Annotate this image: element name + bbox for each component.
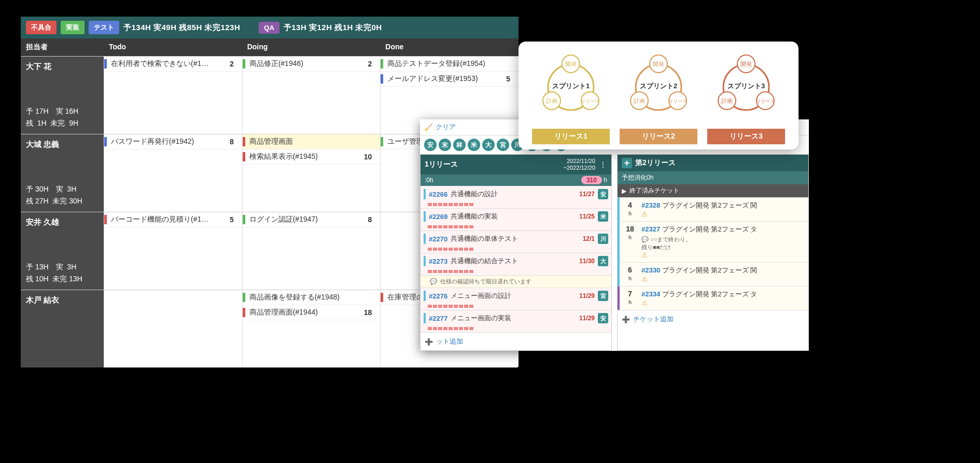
add-icon: ➕ — [425, 338, 433, 346]
ticket-card[interactable]: バーコード機能の見積り(#1…5 — [104, 212, 242, 227]
avatar[interactable]: 米 — [468, 139, 480, 151]
backlog-ticket[interactable]: #2266 共通機能の設計 11/27 安 — [421, 186, 611, 202]
ticket-progress — [421, 304, 611, 310]
backlog-ticket[interactable]: #2270 共通機能の単体テスト 12/1 川 — [421, 230, 611, 247]
col-header-doing: Doing — [242, 38, 381, 56]
tag-test[interactable]: テスト — [89, 21, 119, 34]
avatar[interactable]: 大 — [482, 139, 495, 151]
svg-text:開発: 開発 — [653, 61, 664, 67]
lane-todo[interactable]: バーコード機能の見積り(#1…5 — [104, 212, 242, 290]
release-label: リリース2 — [620, 129, 697, 144]
assignee-cell: 木戸 結衣 — [21, 290, 104, 367]
release-label: リリース1 — [532, 129, 610, 144]
ticket-title: 共通機能の結合テスト — [451, 256, 576, 266]
lane-doing[interactable]: 商品管理画面検索結果表示(#1945)10 — [242, 134, 381, 212]
ticket-card[interactable]: ログイン認証(#1947)8 — [243, 212, 381, 227]
ticket-id: #2328 — [641, 201, 660, 209]
lane-todo[interactable]: 在利用者で検索できない(#1…2 — [104, 57, 242, 134]
svg-text:計画: 計画 — [634, 98, 645, 104]
card-text: 商品管理画面 — [249, 137, 369, 146]
card-text: 商品管理画面(#1944) — [249, 308, 361, 317]
col-header-done: Done — [380, 38, 519, 56]
lane-doing[interactable]: 商品画像を登録する(#1948)商品管理画面(#1944)18 — [242, 290, 381, 367]
ticket-card[interactable]: メールアドレス変更(#1953)5 — [381, 72, 519, 87]
ticket-title: 共通機能の実装 — [451, 212, 576, 221]
card-color-bar — [243, 59, 245, 69]
avatar[interactable]: 林 — [453, 139, 466, 151]
warning-icon: ⚠ — [641, 299, 805, 307]
tag-bug[interactable]: 不具合 — [26, 21, 57, 34]
avatar[interactable]: 安 — [424, 139, 437, 151]
backlog-ticket[interactable]: #2273 共通機能の結合テスト 11/30 大 — [421, 253, 611, 269]
ticket-card[interactable]: 検索結果表示(#1945)10 — [243, 149, 381, 165]
triangle-right-icon: ▶ — [622, 187, 626, 195]
ticket-card[interactable]: 在利用者で検索できない(#1…2 — [104, 57, 242, 72]
svg-text:リリース: リリース — [668, 99, 687, 104]
assignee-name: 大下 花 — [26, 62, 99, 72]
backlog-ticket[interactable]: 18h #2327 プラグイン開発 第2フェーズ タ💬 ○○まで終わり。残り■■… — [618, 221, 808, 262]
ticket-title: #2330 プラグイン開発 第2フェーズ 関 — [641, 266, 805, 275]
lane-todo[interactable]: パスワード再発行(#1942)8 — [104, 134, 242, 212]
plus-icon[interactable]: + — [622, 158, 632, 168]
cycle-diagram: 開発 計画 リリース スプリント2 — [620, 51, 697, 124]
backlog-ticket[interactable]: #2269 共通機能の実装 11/25 米 — [421, 208, 611, 224]
release-1-dates: 2022/11/20 ~2022/12/20 — [564, 158, 595, 171]
warning-icon: ⚠ — [641, 275, 805, 283]
backlog-ticket[interactable]: #2277 メニュー画面の実装 11/29 安 — [421, 310, 611, 326]
clear-link[interactable]: クリア — [436, 122, 456, 132]
svg-text:リリース: リリース — [581, 99, 599, 104]
done-toggle-label: 終了済みチケット — [629, 186, 679, 195]
ticket-card[interactable]: 商品修正(#1946)2 — [243, 57, 381, 72]
ticket-title: #2334 プラグイン開発 第2フェーズ タ — [641, 290, 805, 299]
card-color-bar — [104, 215, 107, 224]
cycle-diagram: 開発 計画 リリース スプリント1 — [532, 51, 610, 124]
assignee-stats: 予 30H 実 3H 残 27H 未完 30H — [26, 183, 99, 207]
release-1-title: 1リリース — [425, 160, 458, 169]
backlog-ticket[interactable]: 7h #2334 プラグイン開発 第2フェーズ タ⚠ — [618, 286, 808, 310]
card-color-bar — [243, 215, 245, 224]
lane-todo[interactable] — [104, 290, 242, 367]
ticket-avatar[interactable]: 米 — [598, 211, 608, 222]
card-number: 5 — [503, 75, 513, 83]
ticket-title: メニュー画面の実装 — [451, 314, 576, 323]
add-icon: ➕ — [622, 316, 630, 323]
ticket-bar — [424, 211, 426, 222]
ticket-avatar[interactable]: 安 — [598, 313, 608, 323]
done-tickets-toggle[interactable]: ▶ 終了済みチケット — [618, 184, 808, 197]
add-ticket-rel1[interactable]: ➕ ット追加 — [421, 332, 611, 350]
ticket-avatar[interactable]: 宮 — [598, 291, 608, 301]
backlog-ticket[interactable]: 4h #2328 プラグイン開発 第2フェーズ 関⚠ — [618, 197, 808, 221]
tag-qa[interactable]: QA — [259, 22, 279, 34]
release-1-header: 1リリース 2022/11/20 ~2022/12/20 ⋮ — [421, 155, 611, 174]
assignee-stats: 予 17H 実 16H 残 1H 未完 9H — [26, 105, 99, 129]
ticket-hours: 7h — [623, 290, 637, 307]
ticket-avatar[interactable]: 大 — [598, 256, 608, 266]
col-header-assignee: 担当者 — [21, 38, 104, 56]
lane-doing[interactable]: 商品修正(#1946)2 — [242, 57, 381, 134]
backlog-panel: 🧹 クリア 安末林米大宮川平企開 1リリース 2022/11/20 ~2022/… — [420, 119, 809, 351]
backlog-ticket[interactable]: #2276 メニュー画面の設計 11/29 宮 — [421, 288, 611, 304]
card-number: 2 — [365, 60, 375, 68]
svg-text:開発: 開発 — [740, 61, 752, 67]
add-ticket-rel2[interactable]: ➕ チケット追加 — [618, 310, 808, 328]
ticket-avatar[interactable]: 安 — [598, 189, 608, 199]
kebab-menu-icon[interactable]: ⋮ — [599, 160, 607, 169]
card-text: メールアドレス変更(#1953) — [387, 74, 503, 84]
card-number: 10 — [361, 153, 375, 161]
tag-impl[interactable]: 実装 — [61, 21, 85, 34]
clear-icon[interactable]: 🧹 — [424, 124, 432, 131]
ticket-avatar[interactable]: 川 — [598, 234, 608, 244]
ticket-card[interactable]: 商品テストデータ登録(#1954) — [381, 57, 519, 72]
lane-doing[interactable]: ログイン認証(#1947)8 — [242, 212, 381, 290]
ticket-date: 11/30 — [579, 257, 595, 265]
ticket-card[interactable]: 商品管理画面 — [243, 134, 381, 149]
ticket-card[interactable]: 商品画像を登録する(#1948) — [243, 290, 381, 305]
warning-icon: ⚠ — [641, 210, 805, 218]
assignee-cell: 大城 忠義予 30H 実 3H 残 27H 未完 30H — [21, 134, 104, 212]
sprint-cycle: 開発 計画 リリース スプリント2 リリース2 — [620, 51, 697, 144]
backlog-ticket[interactable]: 6h #2330 プラグイン開発 第2フェーズ 関⚠ — [618, 262, 808, 286]
avatar[interactable]: 末 — [439, 139, 451, 151]
avatar[interactable]: 宮 — [497, 139, 509, 151]
ticket-card[interactable]: 商品管理画面(#1944)18 — [243, 305, 381, 320]
ticket-card[interactable]: パスワード再発行(#1942)8 — [104, 134, 242, 149]
